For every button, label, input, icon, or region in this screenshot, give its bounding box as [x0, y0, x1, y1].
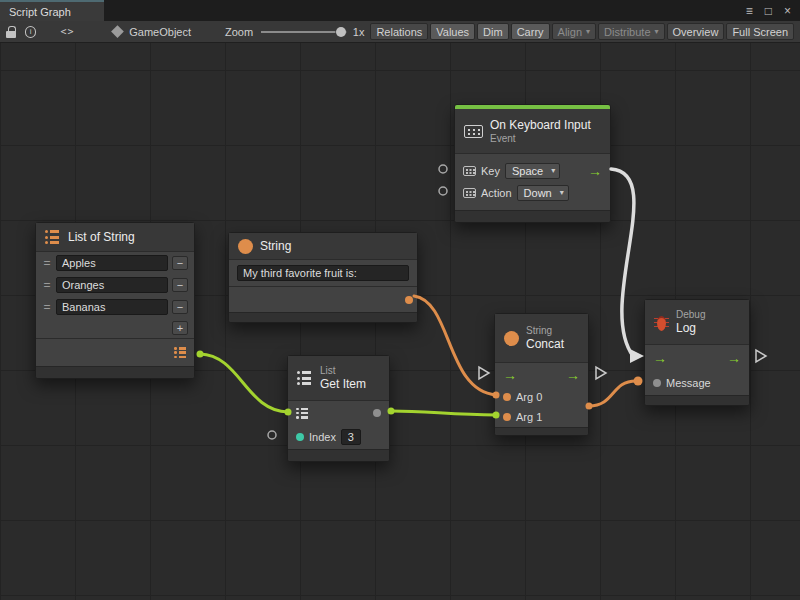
index-field[interactable]: 3 [341, 429, 361, 445]
string-icon [504, 331, 519, 346]
flow-in-port-icon[interactable]: → [503, 368, 517, 382]
flow-in-port-icon[interactable]: → [653, 351, 667, 365]
node-title: List of String [68, 230, 135, 244]
list-item-field[interactable]: Bananas [56, 299, 168, 315]
menu-icon[interactable]: ≡ [746, 4, 753, 18]
arg1-label: Arg 1 [516, 411, 542, 423]
flow-hint-triangle[interactable] [756, 350, 766, 362]
node-footer [36, 366, 194, 378]
wire-endpoint [634, 377, 643, 386]
list-item-row: = Oranges − [36, 274, 194, 296]
node-subtitle: Event [490, 133, 591, 144]
info-letter: i [30, 27, 32, 36]
overview-button[interactable]: Overview [667, 23, 725, 40]
node-category: Debug [676, 309, 705, 320]
tab-script-graph[interactable]: Script Graph [0, 0, 104, 21]
action-dropdown[interactable]: Down [517, 185, 569, 201]
node-header: String [229, 233, 417, 259]
list-item-field[interactable]: Oranges [56, 277, 168, 293]
window-tab-bar: Script Graph ≡ □ × [0, 0, 800, 21]
zoom-label: Zoom [225, 26, 253, 38]
unity-script-graph-window: { "window": { "tab_title": "Script Graph… [0, 0, 800, 600]
align-dropdown-button[interactable]: Align [552, 23, 596, 40]
string-icon [238, 239, 253, 254]
bug-icon [654, 315, 669, 330]
message-input-port[interactable] [653, 379, 661, 387]
node-title: Get Item [320, 377, 366, 391]
flow-out-port-icon[interactable]: → [727, 351, 741, 365]
list-input-port-icon[interactable] [296, 408, 309, 419]
node-debug-log[interactable]: Debug Log → → Message [644, 299, 750, 406]
drag-handle-icon[interactable]: = [42, 278, 52, 292]
list-icon [45, 230, 61, 244]
key-port-icon [463, 166, 476, 176]
zoom-value: 1x [353, 26, 365, 38]
arg1-input-port[interactable] [503, 413, 511, 421]
node-get-item[interactable]: List Get Item Index 3 [287, 355, 390, 462]
flow-hint-triangle[interactable] [479, 367, 489, 379]
wire-arrowhead [630, 349, 644, 363]
node-on-keyboard-input[interactable]: On Keyboard Input Event Key Space → Acti… [454, 104, 611, 223]
lock-icon[interactable] [6, 26, 16, 38]
gameobject-label[interactable]: GameObject [129, 26, 191, 38]
wire-endpoint [197, 351, 204, 358]
unconnected-port-ring[interactable] [439, 187, 447, 195]
string-output-port[interactable] [405, 296, 413, 304]
keyboard-icon [464, 125, 483, 138]
info-icon[interactable]: i [25, 26, 37, 38]
action-port-icon [463, 188, 476, 198]
remove-item-button[interactable]: − [172, 256, 188, 270]
node-title: On Keyboard Input [490, 118, 591, 132]
list-item-row: = Apples − [36, 252, 194, 274]
close-icon[interactable]: × [784, 4, 791, 18]
key-dropdown[interactable]: Space [505, 163, 560, 179]
graph-canvas[interactable]: On Keyboard Input Event Key Space → Acti… [0, 43, 800, 600]
fullscreen-button[interactable]: Full Screen [726, 23, 794, 40]
relations-button[interactable]: Relations [370, 23, 428, 40]
list-item-row: = Bananas − [36, 296, 194, 318]
arg0-input-port[interactable] [503, 393, 511, 401]
list-item-field[interactable]: Apples [56, 255, 168, 271]
string-value-field[interactable]: My third favorite fruit is: [237, 265, 409, 281]
dim-button[interactable]: Dim [477, 23, 509, 40]
values-button[interactable]: Values [430, 23, 475, 40]
drag-handle-icon[interactable]: = [42, 256, 52, 270]
item-output-port[interactable] [373, 409, 381, 417]
node-category: List [320, 365, 366, 376]
node-title: Concat [526, 337, 564, 351]
node-string-literal[interactable]: String My third favorite fruit is: [228, 232, 418, 323]
window-controls: ≡ □ × [737, 0, 800, 21]
flow-out-port-icon[interactable]: → [566, 368, 580, 382]
list-icon [297, 371, 313, 385]
node-header: String Concat [495, 314, 588, 362]
zoom-slider-fill [261, 31, 335, 33]
graph-toolbar: i <> GameObject Zoom 1x Relations Values… [0, 21, 800, 43]
node-header: Debug Log [645, 300, 749, 344]
unconnected-port-ring[interactable] [268, 431, 276, 439]
node-footer [495, 427, 588, 435]
carry-button[interactable]: Carry [511, 23, 550, 40]
node-category: String [526, 325, 564, 336]
flow-hint-triangle[interactable] [596, 367, 606, 379]
unconnected-port-ring[interactable] [439, 165, 447, 173]
zoom-slider-knob[interactable] [336, 27, 346, 37]
node-list-of-string[interactable]: List of String = Apples − = Oranges − = … [35, 222, 195, 379]
add-item-button[interactable]: + [172, 321, 188, 335]
remove-item-button[interactable]: − [172, 300, 188, 314]
index-input-port[interactable] [296, 433, 304, 441]
distribute-dropdown-button[interactable]: Distribute [598, 23, 664, 40]
drag-handle-icon[interactable]: = [42, 300, 52, 314]
zoom-slider[interactable] [261, 31, 347, 33]
node-footer [288, 449, 389, 461]
tab-title: Script Graph [9, 6, 71, 18]
node-footer [455, 210, 610, 222]
key-label: Key [481, 165, 500, 177]
remove-item-button[interactable]: − [172, 278, 188, 292]
wire-string-to-concat [414, 296, 496, 395]
node-concat[interactable]: String Concat → → Arg 0 Arg 1 [494, 313, 589, 436]
node-header: List Get Item [288, 356, 389, 400]
maximize-icon[interactable]: □ [765, 4, 772, 18]
flow-out-port-icon[interactable]: → [588, 164, 602, 178]
list-output-port-icon[interactable] [174, 347, 187, 358]
code-icon[interactable]: <> [60, 26, 74, 37]
